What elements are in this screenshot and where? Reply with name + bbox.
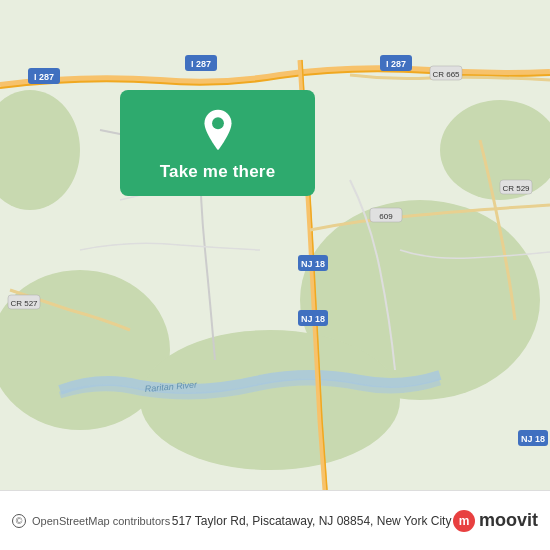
moovit-logo: m moovit (453, 510, 538, 532)
address-text: 517 Taylor Rd, Piscataway, NJ 08854, New… (170, 514, 453, 528)
location-pin-icon (196, 108, 240, 152)
svg-text:CR 527: CR 527 (10, 299, 38, 308)
moovit-icon: m (453, 510, 475, 532)
take-me-there-label: Take me there (160, 162, 276, 182)
footer-copyright: © OpenStreetMap contributors (12, 514, 170, 528)
svg-text:NJ 18: NJ 18 (301, 259, 325, 269)
footer: © OpenStreetMap contributors 517 Taylor … (0, 490, 550, 550)
svg-text:CR 665: CR 665 (432, 70, 460, 79)
svg-text:609: 609 (379, 212, 393, 221)
svg-text:NJ 18: NJ 18 (301, 314, 325, 324)
svg-text:I 287: I 287 (34, 72, 54, 82)
svg-text:CR 529: CR 529 (502, 184, 530, 193)
map-background: I 287 I 287 I 287 NJ 18 NJ 18 609 CR 665… (0, 0, 550, 490)
take-me-there-button[interactable]: Take me there (120, 90, 315, 196)
osm-attribution: OpenStreetMap contributors (32, 515, 170, 527)
svg-text:I 287: I 287 (386, 59, 406, 69)
svg-text:I 287: I 287 (191, 59, 211, 69)
svg-text:NJ 18: NJ 18 (521, 434, 545, 444)
svg-point-3 (140, 330, 400, 470)
map-container: I 287 I 287 I 287 NJ 18 NJ 18 609 CR 665… (0, 0, 550, 490)
copyright-icon: © (12, 514, 26, 528)
svg-point-28 (212, 117, 224, 129)
moovit-brand: moovit (479, 510, 538, 531)
